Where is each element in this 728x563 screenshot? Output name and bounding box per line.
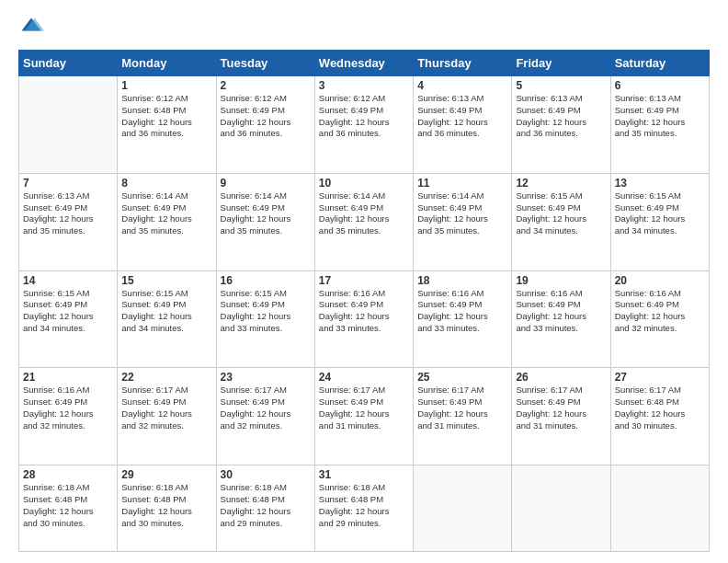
day-number: 24	[319, 371, 409, 384]
day-info: Sunrise: 6:15 AM Sunset: 6:49 PM Dayligh…	[221, 288, 311, 335]
calendar-cell: 3Sunrise: 6:12 AM Sunset: 6:49 PM Daylig…	[314, 76, 413, 174]
calendar-cell: 25Sunrise: 6:17 AM Sunset: 6:49 PM Dayli…	[414, 368, 512, 465]
day-number: 10	[319, 177, 409, 190]
day-info: Sunrise: 6:17 AM Sunset: 6:49 PM Dayligh…	[319, 385, 409, 431]
day-info: Sunrise: 6:16 AM Sunset: 6:49 PM Dayligh…	[319, 288, 409, 335]
calendar-cell: 15Sunrise: 6:15 AM Sunset: 6:49 PM Dayli…	[118, 270, 216, 368]
day-info: Sunrise: 6:17 AM Sunset: 6:48 PM Dayligh…	[615, 385, 705, 431]
day-info: Sunrise: 6:18 AM Sunset: 6:48 PM Dayligh…	[121, 482, 211, 529]
day-number: 29	[121, 468, 211, 481]
day-info: Sunrise: 6:15 AM Sunset: 6:49 PM Dayligh…	[516, 190, 606, 237]
day-info: Sunrise: 6:14 AM Sunset: 6:49 PM Dayligh…	[221, 190, 311, 237]
calendar-cell: 30Sunrise: 6:18 AM Sunset: 6:48 PM Dayli…	[216, 465, 314, 552]
calendar-cell: 6Sunrise: 6:13 AM Sunset: 6:49 PM Daylig…	[610, 76, 709, 174]
calendar-week-row: 1Sunrise: 6:12 AM Sunset: 6:48 PM Daylig…	[19, 76, 710, 174]
day-number: 27	[615, 371, 705, 384]
day-number: 7	[23, 177, 113, 190]
calendar-cell: 4Sunrise: 6:13 AM Sunset: 6:49 PM Daylig…	[414, 76, 512, 174]
day-number: 16	[221, 274, 311, 287]
day-number: 6	[615, 79, 705, 92]
day-number: 23	[221, 371, 311, 384]
calendar-cell: 16Sunrise: 6:15 AM Sunset: 6:49 PM Dayli…	[216, 270, 314, 368]
day-number: 5	[516, 79, 606, 92]
calendar-cell: 11Sunrise: 6:14 AM Sunset: 6:49 PM Dayli…	[414, 173, 512, 270]
day-number: 15	[121, 274, 211, 287]
calendar-cell: 19Sunrise: 6:16 AM Sunset: 6:49 PM Dayli…	[512, 270, 610, 368]
calendar-cell: 31Sunrise: 6:18 AM Sunset: 6:48 PM Dayli…	[314, 465, 413, 552]
calendar-table: SundayMondayTuesdayWednesdayThursdayFrid…	[18, 50, 710, 552]
day-info: Sunrise: 6:18 AM Sunset: 6:48 PM Dayligh…	[319, 482, 409, 529]
day-info: Sunrise: 6:13 AM Sunset: 6:49 PM Dayligh…	[615, 93, 705, 140]
day-info: Sunrise: 6:15 AM Sunset: 6:49 PM Dayligh…	[121, 288, 211, 335]
day-info: Sunrise: 6:13 AM Sunset: 6:49 PM Dayligh…	[23, 190, 113, 237]
calendar-cell: 23Sunrise: 6:17 AM Sunset: 6:49 PM Dayli…	[216, 368, 314, 465]
day-info: Sunrise: 6:17 AM Sunset: 6:49 PM Dayligh…	[516, 385, 606, 431]
day-number: 9	[221, 177, 311, 190]
day-number: 4	[417, 79, 507, 92]
day-number: 18	[417, 274, 507, 287]
calendar-cell: 26Sunrise: 6:17 AM Sunset: 6:49 PM Dayli…	[512, 368, 610, 465]
day-info: Sunrise: 6:13 AM Sunset: 6:49 PM Dayligh…	[516, 93, 606, 140]
day-number: 25	[417, 371, 507, 384]
header	[18, 15, 710, 40]
day-info: Sunrise: 6:12 AM Sunset: 6:49 PM Dayligh…	[221, 93, 311, 140]
day-info: Sunrise: 6:13 AM Sunset: 6:49 PM Dayligh…	[417, 93, 507, 140]
calendar-header-monday: Monday	[118, 51, 216, 76]
day-info: Sunrise: 6:16 AM Sunset: 6:49 PM Dayligh…	[516, 288, 606, 335]
logo-icon	[18, 15, 44, 40]
calendar-cell: 5Sunrise: 6:13 AM Sunset: 6:49 PM Daylig…	[512, 76, 610, 174]
day-info: Sunrise: 6:14 AM Sunset: 6:49 PM Dayligh…	[121, 190, 211, 237]
calendar-header-row: SundayMondayTuesdayWednesdayThursdayFrid…	[19, 51, 710, 76]
day-number: 30	[221, 468, 311, 481]
calendar-header-sunday: Sunday	[19, 51, 118, 76]
calendar-cell: 12Sunrise: 6:15 AM Sunset: 6:49 PM Dayli…	[512, 173, 610, 270]
day-number: 11	[417, 177, 507, 190]
day-number: 3	[319, 79, 409, 92]
day-number: 21	[23, 371, 113, 384]
day-number: 1	[121, 79, 211, 92]
calendar-header-friday: Friday	[512, 51, 610, 76]
day-number: 8	[121, 177, 211, 190]
calendar-cell: 28Sunrise: 6:18 AM Sunset: 6:48 PM Dayli…	[19, 465, 118, 552]
calendar-cell: 1Sunrise: 6:12 AM Sunset: 6:48 PM Daylig…	[118, 76, 216, 174]
calendar-cell	[19, 76, 118, 174]
day-info: Sunrise: 6:16 AM Sunset: 6:49 PM Dayligh…	[417, 288, 507, 335]
day-number: 31	[319, 468, 409, 481]
calendar-week-row: 28Sunrise: 6:18 AM Sunset: 6:48 PM Dayli…	[19, 465, 710, 552]
calendar-week-row: 7Sunrise: 6:13 AM Sunset: 6:49 PM Daylig…	[19, 173, 710, 270]
calendar-cell: 18Sunrise: 6:16 AM Sunset: 6:49 PM Dayli…	[414, 270, 512, 368]
day-number: 19	[516, 274, 606, 287]
calendar-header-tuesday: Tuesday	[216, 51, 314, 76]
page: SundayMondayTuesdayWednesdayThursdayFrid…	[0, 0, 728, 563]
calendar-cell: 13Sunrise: 6:15 AM Sunset: 6:49 PM Dayli…	[610, 173, 709, 270]
day-info: Sunrise: 6:17 AM Sunset: 6:49 PM Dayligh…	[121, 385, 211, 431]
day-number: 20	[615, 274, 705, 287]
day-info: Sunrise: 6:15 AM Sunset: 6:49 PM Dayligh…	[615, 190, 705, 237]
calendar-cell	[414, 465, 512, 552]
calendar-cell: 27Sunrise: 6:17 AM Sunset: 6:48 PM Dayli…	[610, 368, 709, 465]
calendar-cell: 22Sunrise: 6:17 AM Sunset: 6:49 PM Dayli…	[118, 368, 216, 465]
day-number: 14	[23, 274, 113, 287]
calendar-cell: 29Sunrise: 6:18 AM Sunset: 6:48 PM Dayli…	[118, 465, 216, 552]
calendar-header-thursday: Thursday	[414, 51, 512, 76]
day-info: Sunrise: 6:15 AM Sunset: 6:49 PM Dayligh…	[23, 288, 113, 335]
day-number: 17	[319, 274, 409, 287]
day-info: Sunrise: 6:17 AM Sunset: 6:49 PM Dayligh…	[417, 385, 507, 431]
day-info: Sunrise: 6:16 AM Sunset: 6:49 PM Dayligh…	[615, 288, 705, 335]
day-info: Sunrise: 6:12 AM Sunset: 6:48 PM Dayligh…	[121, 93, 211, 140]
day-number: 2	[221, 79, 311, 92]
calendar-week-row: 21Sunrise: 6:16 AM Sunset: 6:49 PM Dayli…	[19, 368, 710, 465]
day-info: Sunrise: 6:14 AM Sunset: 6:49 PM Dayligh…	[319, 190, 409, 237]
day-info: Sunrise: 6:12 AM Sunset: 6:49 PM Dayligh…	[319, 93, 409, 140]
calendar-cell: 9Sunrise: 6:14 AM Sunset: 6:49 PM Daylig…	[216, 173, 314, 270]
calendar-cell	[512, 465, 610, 552]
day-info: Sunrise: 6:17 AM Sunset: 6:49 PM Dayligh…	[221, 385, 311, 431]
calendar-header-wednesday: Wednesday	[314, 51, 413, 76]
logo	[18, 15, 48, 40]
calendar-cell: 24Sunrise: 6:17 AM Sunset: 6:49 PM Dayli…	[314, 368, 413, 465]
calendar-cell	[610, 465, 709, 552]
day-number: 26	[516, 371, 606, 384]
calendar-cell: 10Sunrise: 6:14 AM Sunset: 6:49 PM Dayli…	[314, 173, 413, 270]
day-number: 28	[23, 468, 113, 481]
day-number: 22	[121, 371, 211, 384]
